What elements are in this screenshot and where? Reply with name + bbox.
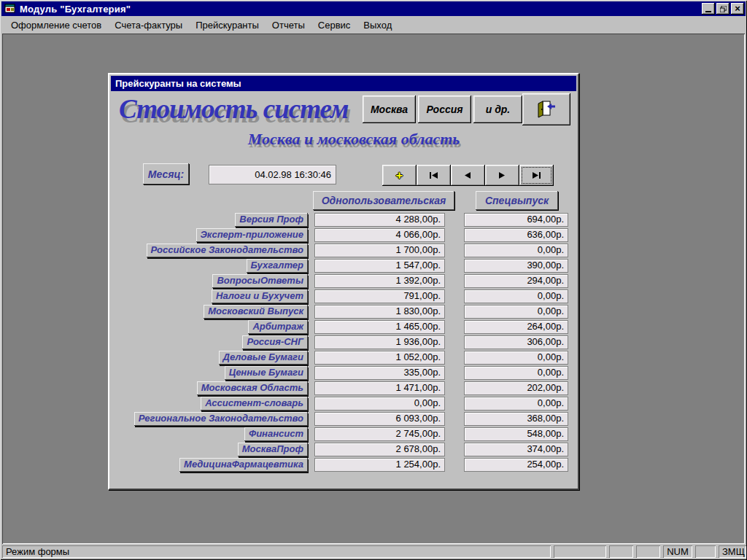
row-label: Российское Законодательство [147,244,308,257]
price-rows: Версия Проф4 288,00р.694,00р.Эксперт-при… [109,74,578,489]
price-special-field[interactable]: 390,00р. [464,259,568,273]
row-label: Версия Проф [235,213,308,227]
price-single-field[interactable]: 1 936,00р. [314,335,445,349]
price-special-field[interactable]: 548,00р. [464,427,568,441]
row-label: Ассистент-словарь [201,397,308,411]
close-button[interactable]: × [731,3,744,15]
price-single-field[interactable]: 1 830,00р. [314,305,445,319]
price-single-field[interactable]: 1 392,00р. [314,274,445,288]
price-special-field[interactable]: 0,00р. [464,397,568,411]
price-special-field[interactable]: 294,00р. [464,274,568,288]
restore-icon [720,6,727,12]
table-row: Эксперт-приложение4 066,00р.636,00р. [109,228,578,242]
menu-item-reports[interactable]: Отчеты [266,18,311,33]
price-special-field[interactable]: 264,00р. [464,320,568,334]
title-bar: Модуль "Бухгалтерия" × [1,1,746,16]
row-label: Деловые Бумаги [219,351,308,365]
row-label: Россия-СНГ [242,335,308,349]
row-label: Региональное Законодательство [134,412,308,426]
table-row: Деловые Бумаги1 052,00р.0,00р. [109,351,578,365]
table-row: Версия Проф4 288,00р.694,00р. [109,213,578,227]
table-row: Российское Законодательство1 700,00р.0,0… [109,244,578,257]
window-title: Модуль "Бухгалтерия" [20,4,702,15]
price-single-field[interactable]: 0,00р. [314,397,445,411]
close-icon: × [735,4,740,13]
table-row: Московская Область1 471,00р.202,00р. [109,381,578,395]
price-special-field[interactable]: 0,00р. [464,305,568,319]
price-single-field[interactable]: 335,00р. [314,366,445,380]
table-row: Финансист2 745,00р.548,00р. [109,427,578,441]
menu-item-exit[interactable]: Выход [357,18,398,33]
table-row: Бухгалтер1 547,00р.390,00р. [109,259,578,273]
price-special-field[interactable]: 0,00р. [464,289,568,303]
row-label: Московский Выпуск [204,305,308,319]
status-bar: Режим формы NUM ЗМЩ [1,545,746,559]
restore-button[interactable] [716,3,729,15]
row-label: Финансист [244,427,308,441]
price-special-field[interactable]: 0,00р. [464,351,568,365]
status-scroll-lock: ЗМЩ [719,545,746,558]
mdi-area: Прейскуранты на системы Стоимость систем… [2,34,745,544]
price-special-field[interactable]: 374,00р. [464,443,568,456]
table-row: МоскваПроф2 678,00р.374,00р. [109,443,578,456]
table-row: Ценные Бумаги335,00р.0,00р. [109,366,578,380]
menu-bar: Оформление счетов Счета-фактуры Прейскур… [1,16,746,34]
row-label: Бухгалтер [247,259,308,273]
price-single-field[interactable]: 1 547,00р. [314,259,445,273]
price-single-field[interactable]: 1 465,00р. [314,320,445,334]
table-row: Ассистент-словарь0,00р.0,00р. [109,397,578,411]
price-special-field[interactable]: 636,00р. [464,228,568,242]
status-panel-empty [636,545,660,558]
table-row: Арбитраж1 465,00р.264,00р. [109,320,578,334]
table-row: Региональное Законодательство6 093,00р.3… [109,412,578,426]
table-row: Россия-СНГ1 936,00р.306,00р. [109,335,578,349]
status-panel-empty [554,545,606,558]
row-label: МедицинаФармацевтика [179,458,308,472]
minimize-button[interactable] [702,3,715,15]
price-special-field[interactable]: 0,00р. [464,244,568,257]
form-window: Прейскуранты на системы Стоимость систем… [108,73,579,490]
price-special-field[interactable]: 0,00р. [464,366,568,380]
price-single-field[interactable]: 1 254,00р. [314,458,445,472]
status-num-lock: NUM [663,545,692,558]
menu-item-invoices[interactable]: Оформление счетов [4,18,108,33]
row-label: Ценные Бумаги [225,366,308,380]
price-special-field[interactable]: 368,00р. [464,412,568,426]
table-row: Налоги и Бухучет791,00р.0,00р. [109,289,578,303]
menu-item-service[interactable]: Сервис [311,18,357,33]
status-panel-empty [695,545,716,558]
price-single-field[interactable]: 4 288,00р. [314,213,445,227]
app-icon [4,3,16,15]
row-label: Арбитраж [248,320,308,334]
table-row: Московский Выпуск1 830,00р.0,00р. [109,305,578,319]
price-single-field[interactable]: 2 678,00р. [314,443,445,456]
minimize-icon [705,11,711,12]
price-special-field[interactable]: 306,00р. [464,335,568,349]
table-row: ВопросыОтветы1 392,00р.294,00р. [109,274,578,288]
price-single-field[interactable]: 4 066,00р. [314,228,445,242]
row-label: Налоги и Бухучет [212,289,308,303]
price-special-field[interactable]: 694,00р. [464,213,568,227]
status-panel-empty [609,545,633,558]
row-label: Эксперт-приложение [196,228,309,242]
price-single-field[interactable]: 1 052,00р. [314,351,445,365]
status-mode: Режим формы [2,545,551,558]
app-window: Модуль "Бухгалтерия" × Оформление счетов… [0,0,747,560]
menu-item-invoice-factures[interactable]: Счета-фактуры [108,18,189,33]
row-label: Московская Область [197,381,308,395]
price-special-field[interactable]: 254,00р. [464,458,568,472]
price-single-field[interactable]: 2 745,00р. [314,427,445,441]
row-label: ВопросыОтветы [212,274,308,288]
table-row: МедицинаФармацевтика1 254,00р.254,00р. [109,458,578,472]
price-single-field[interactable]: 6 093,00р. [314,412,445,426]
price-special-field[interactable]: 202,00р. [464,381,568,395]
price-single-field[interactable]: 1 471,00р. [314,381,445,395]
price-single-field[interactable]: 1 700,00р. [314,244,445,257]
menu-item-pricelists[interactable]: Прейскуранты [189,18,266,33]
price-single-field[interactable]: 791,00р. [314,289,445,303]
row-label: МоскваПроф [238,443,308,456]
